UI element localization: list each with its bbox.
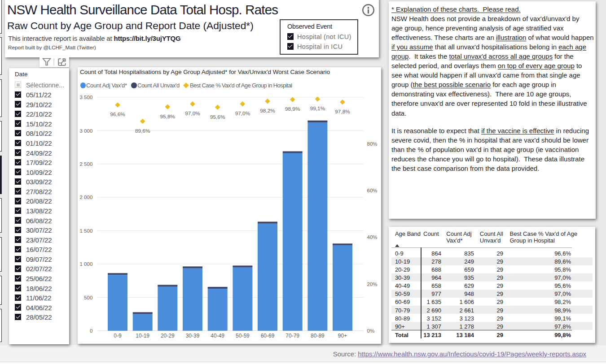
- svg-text:3 500: 3 500: [80, 95, 93, 100]
- svg-text:40%: 40%: [367, 234, 378, 240]
- svg-text:10-19: 10-19: [136, 333, 149, 339]
- svg-text:20%: 20%: [367, 282, 378, 287]
- svg-text:96,6%: 96,6%: [110, 111, 125, 117]
- svg-text:80%: 80%: [367, 141, 378, 147]
- svg-text:95,6%: 95,6%: [210, 114, 225, 120]
- svg-text:0-9: 0-9: [114, 333, 122, 339]
- svg-text:20-29: 20-29: [161, 333, 175, 339]
- svg-text:97,8%: 97,8%: [335, 108, 350, 115]
- svg-text:50-59: 50-59: [236, 333, 250, 339]
- svg-text:80-89: 80-89: [311, 333, 325, 339]
- svg-text:95,8%: 95,8%: [160, 113, 176, 120]
- svg-text:98,2%: 98,2%: [260, 108, 275, 114]
- svg-text:89,6%: 89,6%: [135, 128, 150, 134]
- svg-text:0: 0: [90, 328, 92, 334]
- svg-text:2 500: 2 500: [80, 161, 93, 167]
- svg-text:1 500: 1 500: [80, 228, 93, 234]
- svg-text:97,0%: 97,0%: [185, 110, 200, 117]
- svg-text:3 000: 3 000: [80, 128, 93, 134]
- svg-text:40-49: 40-49: [211, 333, 224, 339]
- svg-text:90+: 90+: [338, 333, 347, 339]
- svg-text:98,9%: 98,9%: [285, 106, 300, 112]
- svg-text:0%: 0%: [367, 328, 375, 334]
- svg-text:99,1%: 99,1%: [310, 105, 325, 112]
- svg-text:30-39: 30-39: [186, 333, 200, 339]
- svg-text:1 000: 1 000: [80, 261, 93, 267]
- svg-text:2 000: 2 000: [80, 195, 93, 200]
- svg-text:60%: 60%: [367, 188, 378, 193]
- svg-text:500: 500: [84, 295, 92, 300]
- svg-text:97,0%: 97,0%: [235, 110, 250, 117]
- svg-text:70-79: 70-79: [285, 333, 299, 339]
- svg-text:60-69: 60-69: [261, 333, 275, 339]
